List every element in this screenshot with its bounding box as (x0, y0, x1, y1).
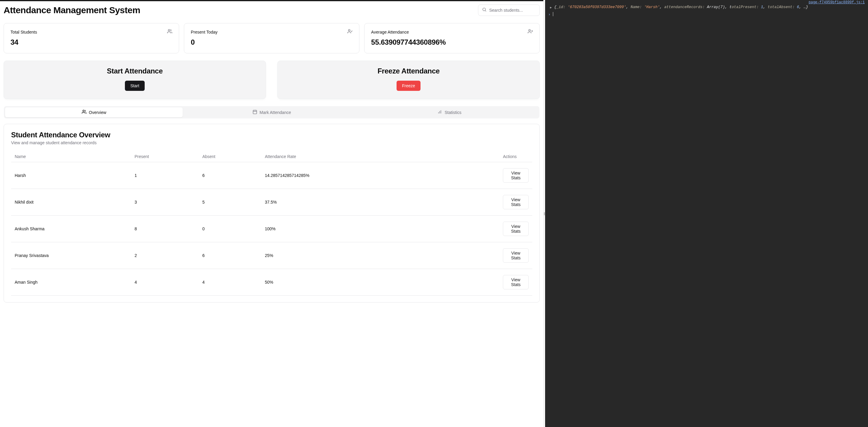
header: Attendance Management System (4, 4, 540, 16)
cell-rate: 100% (261, 216, 499, 242)
table-card-title: Student Attendance Overview (11, 131, 532, 139)
freeze-button[interactable]: Freeze (397, 81, 421, 91)
table-row: Nikhil dixit3537.5%View Stats (11, 189, 532, 216)
stat-card-average: Average Attendance 55.639097744360896% (364, 23, 540, 53)
cell-name: Aman Singh (11, 269, 131, 296)
col-actions: Actions (499, 151, 532, 162)
search-box[interactable] (478, 4, 540, 16)
table-row: Ankush Sharma80100%View Stats (11, 216, 532, 242)
overview-table-card: Student Attendance Overview View and man… (4, 124, 540, 303)
svg-rect-8 (253, 110, 257, 114)
user-check-icon (347, 29, 352, 35)
cell-present: 8 (131, 216, 198, 242)
stat-label: Average Attendance (371, 30, 409, 34)
tab-label: Overview (89, 110, 106, 115)
search-input[interactable] (489, 8, 536, 12)
svg-point-4 (529, 29, 530, 31)
calendar-icon (252, 110, 257, 115)
users-icon (82, 110, 87, 115)
cursor (553, 12, 553, 16)
view-stats-button[interactable]: View Stats (503, 275, 529, 289)
stat-value: 55.639097744360896% (371, 38, 533, 47)
cell-present: 4 (131, 269, 198, 296)
tab-overview[interactable]: Overview (5, 107, 183, 117)
tab-statistics[interactable]: Statistics (361, 107, 538, 117)
action-cards: Start Attendance Start Freeze Attendance… (4, 61, 540, 99)
col-rate: Attendance Rate (261, 151, 499, 162)
prompt-chevron-icon: › (548, 12, 553, 17)
col-absent: Absent (198, 151, 261, 162)
start-button[interactable]: Start (125, 81, 145, 91)
cell-absent: 4 (198, 269, 261, 296)
freeze-attendance-card: Freeze Attendance Freeze (277, 61, 540, 99)
svg-point-0 (483, 8, 486, 11)
app-pane: Attendance Management System Total Stude… (0, 0, 543, 427)
tab-mark-attendance[interactable]: Mark Attendance (183, 107, 360, 117)
console-log-content: {_id: '670283a50f0397d333ee7099', Name: … (554, 4, 808, 10)
cell-absent: 6 (198, 162, 261, 189)
cell-name: Harsh (11, 162, 131, 189)
start-attendance-card: Start Attendance Start (4, 61, 266, 99)
cell-present: 3 (131, 189, 198, 216)
cell-absent: 5 (198, 189, 261, 216)
users-icon (167, 29, 172, 35)
page-title: Attendance Management System (4, 5, 140, 15)
svg-point-7 (83, 110, 84, 112)
tab-label: Mark Attendance (260, 110, 291, 115)
attendance-table: Name Present Absent Attendance Rate Acti… (11, 151, 532, 296)
stat-card-total: Total Students 34 (4, 23, 179, 53)
table-header-row: Name Present Absent Attendance Rate Acti… (11, 151, 532, 162)
stat-label: Present Today (191, 30, 217, 34)
search-icon (482, 7, 489, 13)
cell-present: 1 (131, 162, 198, 189)
devtools-console[interactable]: page-f74959bf1ac8899f.js:1 ▶ {_id: '6702… (545, 0, 868, 427)
cell-name: Ankush Sharma (11, 216, 131, 242)
col-name: Name (11, 151, 131, 162)
tab-label: Statistics (444, 110, 461, 115)
cell-name: Pranay Srivastava (11, 242, 131, 269)
stat-label: Total Students (10, 30, 37, 34)
svg-line-1 (485, 10, 486, 11)
stat-cards: Total Students 34 Present Today 0 Averag… (4, 23, 540, 53)
table-row: Harsh1614.285714285714285%View Stats (11, 162, 532, 189)
console-prompt[interactable]: › (548, 12, 866, 17)
console-log-line[interactable]: ▶ {_id: '670283a50f0397d333ee7099', Name… (548, 4, 866, 10)
view-stats-button[interactable]: View Stats (503, 195, 529, 209)
cell-absent: 0 (198, 216, 261, 242)
stat-value: 0 (191, 38, 352, 47)
bar-chart-icon (437, 110, 442, 115)
cell-rate: 25% (261, 242, 499, 269)
cell-rate: 50% (261, 269, 499, 296)
view-stats-button[interactable]: View Stats (503, 222, 529, 236)
start-card-title: Start Attendance (10, 67, 260, 75)
cell-present: 2 (131, 242, 198, 269)
table-card-subtitle: View and manage student attendance recor… (11, 140, 532, 145)
table-row: Aman Singh4450%View Stats (11, 269, 532, 296)
divider-handle-icon: || (544, 212, 545, 215)
stat-value: 34 (10, 38, 172, 47)
user-x-icon (528, 29, 533, 35)
console-source-link[interactable]: page-f74959bf1ac8899f.js:1 (548, 0, 866, 4)
freeze-card-title: Freeze Attendance (284, 67, 533, 75)
pane-divider[interactable]: || (543, 0, 545, 427)
cell-rate: 37.5% (261, 189, 499, 216)
svg-point-3 (348, 29, 350, 31)
stat-card-present: Present Today 0 (184, 23, 360, 53)
expand-arrow-icon[interactable]: ▶ (548, 4, 554, 10)
svg-point-2 (168, 29, 170, 31)
cell-absent: 6 (198, 242, 261, 269)
view-stats-button[interactable]: View Stats (503, 248, 529, 263)
tabs: Overview Mark Attendance Statistics (4, 106, 539, 118)
table-row: Pranay Srivastava2625%View Stats (11, 242, 532, 269)
col-present: Present (131, 151, 198, 162)
cell-name: Nikhil dixit (11, 189, 131, 216)
cell-rate: 14.285714285714285% (261, 162, 499, 189)
view-stats-button[interactable]: View Stats (503, 168, 529, 182)
